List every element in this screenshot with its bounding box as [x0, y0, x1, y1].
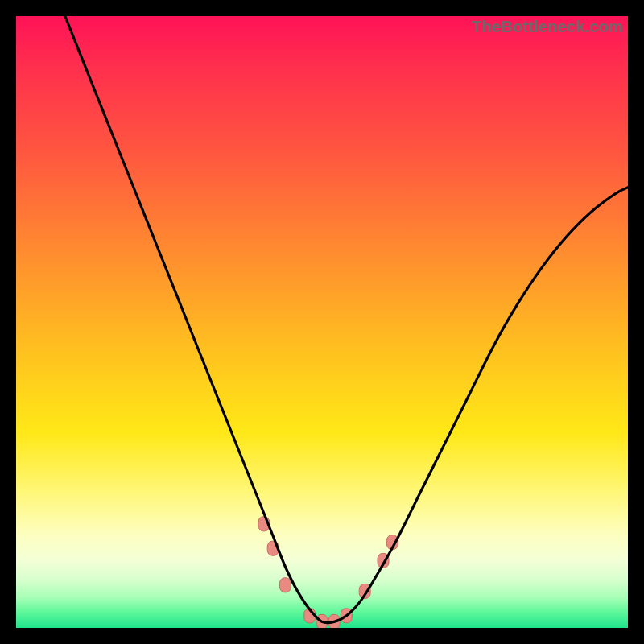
gradient-background: [16, 16, 628, 628]
chart-frame: TheBottleneck.com: [16, 16, 628, 628]
watermark-text: TheBottleneck.com: [472, 18, 623, 36]
